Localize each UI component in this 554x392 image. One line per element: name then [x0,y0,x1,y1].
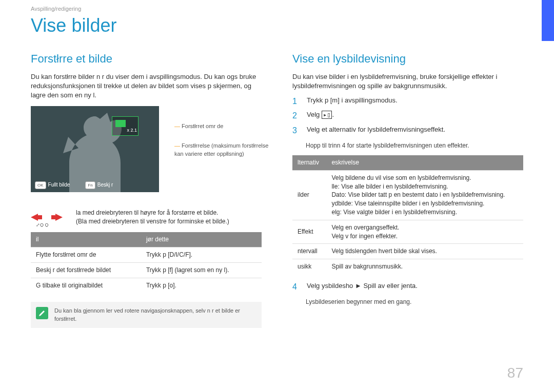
full-image-label: Fullt bilde [48,182,70,188]
page-title: Vise bilder [31,13,523,38]
step-2: 2Velg ▸▯. [292,110,523,121]
breadcrumb: Avspilling/redigering [31,5,523,13]
svg-rect-3 [51,215,55,219]
page-number: 87 [507,363,523,383]
th-to: il [31,232,141,247]
table-row: Beskj r det forstłrrede bildetTrykk p [f… [31,262,262,278]
right-column: Vise en lysbildevisning Du kan vise bild… [292,51,523,328]
hint-zoom-out: (Bla med dreiebryteren til venstre for f… [76,217,229,226]
side-tab [542,0,554,41]
crop-label: Beskj r [97,182,113,188]
slideshow-icon: ▸▯ [322,111,332,119]
svg-marker-2 [55,214,63,221]
left-column: Forstłrre et bilde Du kan forstłrre bild… [31,51,262,328]
table-row: ntervallVelg tidslengden hvert bilde ska… [292,244,523,259]
section-heading-slideshow: Vise en lysbildevisning [292,51,523,67]
note-box: Du kan bla gjennom ler ved rotere naviga… [31,302,262,328]
options-table: lternativeskrivelse ilder Velg bildene d… [292,155,523,274]
enlarge-intro: Du kan forstłrre bilder n r du viser dem… [31,72,262,100]
th-desc: eskrivelse [326,155,523,170]
svg-marker-0 [31,214,38,221]
table-row: G tilbake til originalbildetTrykk p [o]. [31,278,262,293]
svg-text:⤢Q   Q: ⤢Q Q [36,222,49,227]
table-row: EffektVelg en overgangseffekt.Velg v for… [292,220,523,244]
scroll-arrows-icon: ⤢Q Q [31,209,67,227]
table-row: ilder Velg bildene du vil vise som en ly… [292,170,523,220]
slideshow-intro: Du kan vise bilder i en lysbildefremvisn… [292,72,523,91]
zoom-ratio: x 2.1 [127,127,137,134]
ok-key: OK [35,181,46,189]
annotation-area: — Forstłrret omr de [174,122,223,130]
pen-icon [36,307,48,319]
step-1: 1Trykk p [m] i avspillingsmodus. [292,96,523,107]
fn-key: Fn [85,181,95,189]
actions-table: iljør dette Flytte forstłrret omr deTryk… [31,232,262,293]
note-text: Du kan bla gjennom ler ved rotere naviga… [54,307,256,323]
step-4: 4Velg ysbildesho ► Spill av eller jenta. [292,281,523,293]
table-row: usikkSpill av bakgrunnsmusikk. [292,259,523,274]
camera-screen-figure: x 2.1 OKFullt bilde FnBeskj r [31,106,159,192]
step-3: 3Velg et alternativ for lysbildefremvisn… [292,125,523,136]
annotation-magnification: — Forstłrrelse (maksimum forstłrrelse ka… [174,142,272,158]
th-do: jør dette [141,232,262,247]
section-heading-enlarge: Forstłrre et bilde [31,51,262,67]
th-option: lternativ [292,155,326,170]
svg-rect-1 [38,215,42,219]
step-4-sub: Lysbildeserien begynner med en gang. [306,298,523,306]
table-row: Flytte forstłrret omr deTrykk p [D/I/C/F… [31,247,262,262]
step-3-sub: Hopp til trinn 4 for starte lysbildefrem… [306,141,523,150]
hint-zoom-in: la med dreiebryteren til høyre for å for… [76,209,229,217]
